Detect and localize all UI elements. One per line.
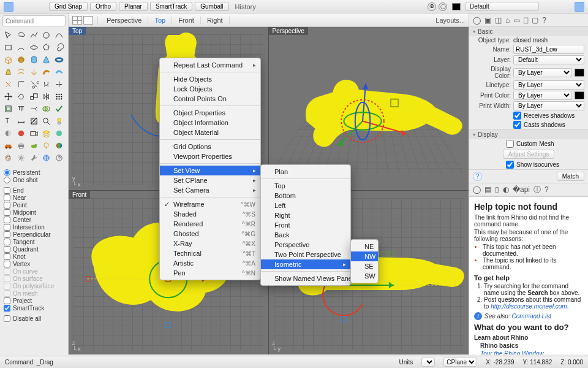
viewport-label-top[interactable]: Top [69,27,86,35]
tab-right[interactable]: Right [201,17,230,24]
sv-front[interactable]: Front [261,220,350,230]
chk-cast-shadows[interactable] [513,121,521,129]
select-layer[interactable]: Default [513,55,584,64]
status-units-select[interactable] [421,358,435,367]
text-icon[interactable]: T [2,115,14,127]
select-printcolor[interactable]: By Layer [513,91,572,100]
select-dispcolor[interactable]: By Layer [513,68,572,77]
osnap-persistent[interactable]: Persistent [4,169,64,176]
ellipse-icon[interactable] [28,42,40,53]
cylinder-icon[interactable] [28,54,40,66]
context-menu-setview[interactable]: Plan Top Bottom Left Right Front Back Pe… [260,164,351,286]
props-help-icon[interactable]: ? [542,16,546,25]
tab-top[interactable]: Top [148,17,172,24]
sv-plan[interactable]: Plan [261,167,350,177]
sv-bottom[interactable]: Bottom [261,191,350,201]
ctx-artistic[interactable]: Artistic^⌘A [160,258,260,268]
ctx-objmat[interactable]: Object Material [160,128,260,137]
help-badge-icon[interactable]: ? [473,172,482,181]
globe-icon[interactable] [40,152,52,164]
props-light-icon[interactable]: ▭ [513,16,520,25]
active-layer-swatch[interactable] [452,3,461,10]
torus-icon[interactable] [53,54,65,66]
sv-isometric[interactable]: Isometric [261,259,350,269]
sv-back[interactable]: Back [261,230,350,240]
gumball-button[interactable]: Gumball [195,2,228,11]
ctx-objprops[interactable]: Object Properties [160,108,260,118]
boolean-icon[interactable] [40,103,52,115]
sv-perspective[interactable]: Perspective [261,240,350,250]
hatch-icon[interactable] [28,115,40,127]
ctx-shaded[interactable]: Shaded^⌘S [160,209,260,219]
loft-icon[interactable] [15,66,27,78]
ortho-button[interactable]: Ortho [90,2,116,11]
cone-icon[interactable] [40,54,52,66]
material-icon[interactable] [53,128,65,139]
props-dim-icon[interactable]: ⎕ [524,16,528,25]
ctx-rendered[interactable]: Rendered^⌘R [160,219,260,229]
osnap-vertex[interactable]: Vertex [4,261,64,267]
osnap-midpoint[interactable]: Midpoint [4,209,64,216]
swatch-printcolor[interactable] [575,91,584,99]
scale-icon[interactable] [28,91,40,102]
curve-icon[interactable] [53,29,65,41]
props-mat-icon[interactable]: ▣ [484,16,491,25]
spiral-icon[interactable] [53,42,65,53]
viewport-label-front[interactable]: Front [69,191,90,199]
join-icon[interactable] [40,79,52,90]
osnap-quadrant[interactable]: Quadrant [4,246,64,253]
h-layers-icon[interactable]: ▤ [484,185,491,194]
extend-icon[interactable] [28,103,40,115]
bulb-icon[interactable] [40,140,52,151]
help-link-tour[interactable]: Tour the Rhino Window [480,350,544,355]
trim-icon[interactable] [28,79,40,90]
h-help2-icon[interactable]: ? [545,185,549,194]
props-obj-icon[interactable]: ◯ [473,16,481,25]
osnap-tangent[interactable]: Tangent [4,239,64,245]
input-name[interactable] [513,45,584,54]
layouts-button[interactable]: Layouts... [435,17,465,24]
h-mat-icon[interactable]: ◐ [503,185,509,194]
smarttrack-button[interactable]: SmartTrack [150,2,192,11]
stop-icon[interactable]: ◯ [439,2,447,11]
ctx-wireframe[interactable]: Wireframe^⌘W [160,199,260,209]
rect-icon[interactable] [2,42,14,53]
rotate-icon[interactable] [15,91,27,102]
pipe-icon[interactable] [53,66,65,78]
ctx-hide[interactable]: Hide Objects [160,74,260,84]
h-obj-icon[interactable]: ◯ [473,185,481,194]
ctx-gridopts[interactable]: Grid Options [160,142,260,151]
dim-icon[interactable] [15,115,27,127]
camera-icon[interactable] [28,128,40,139]
ctx-pen[interactable]: Pen^⌘N [160,268,260,278]
help-link-discourse[interactable]: http://discourse.mcneel.com [491,303,567,310]
ctx-repeat[interactable]: Repeat Last Command [160,60,260,70]
chk-custommesh[interactable] [506,140,514,148]
props-detail-icon[interactable]: ▢ [532,16,538,25]
ctx-cpoints[interactable]: Control Points On [160,94,260,104]
lasso-icon[interactable] [15,29,27,41]
ctx-vpprops[interactable]: Viewport Properties [160,151,260,161]
osnap-perpendicular[interactable]: Perpendicular [4,231,64,238]
iso-ne[interactable]: NE [351,242,378,251]
split-icon[interactable] [53,79,65,90]
osnap-intersection[interactable]: Intersection [4,224,64,231]
tab-front[interactable]: Front [172,17,201,24]
command-input[interactable] [2,15,66,26]
status-cplane-select[interactable]: CPlane [443,358,477,367]
osnap-point[interactable]: Point [4,202,64,209]
move-icon[interactable] [2,91,14,102]
polyline-icon[interactable] [28,29,40,41]
h-info-icon[interactable]: ⓘ [533,185,541,195]
context-menu-iso[interactable]: NE NW SE SW [350,239,379,283]
h-cam-icon[interactable]: �api [513,185,530,194]
help-link-cmdlist[interactable]: Command List [511,313,551,320]
render-icon[interactable] [15,128,27,139]
ctx-ghosted[interactable]: Ghosted^⌘G [160,229,260,239]
layers-icon[interactable] [40,128,52,139]
match-button[interactable]: Match [557,172,584,181]
array-icon[interactable] [53,91,65,102]
help-icon[interactable]: ? [53,152,65,164]
ctx-technical[interactable]: Technical^⌘T [160,248,260,258]
gradient-icon[interactable] [53,140,65,151]
